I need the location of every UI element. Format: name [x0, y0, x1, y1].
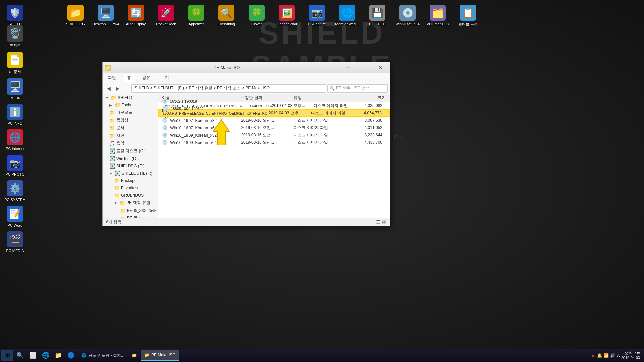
desktop-icon-rocketdock[interactable]: 🚀 RocketDock: [151, 3, 181, 28]
desktop-icon-bootice[interactable]: 💾 BOOTICE: [362, 3, 392, 28]
sidebar-item-pe-util[interactable]: ▼ 📁 PE 제작 유틸: [103, 199, 158, 207]
window-title: PE Make ISO: [113, 65, 341, 70]
desktop-icon-teamviewer[interactable]: 🌐 TeamViewerP...: [332, 3, 362, 28]
sidebar-item-favorites[interactable]: 📁 Favorites: [103, 184, 158, 192]
desktop-icon-autodisplay[interactable]: 🔄 AutoDisplay: [121, 3, 151, 28]
status-bar: 6개 항목 ☰ ⊞: [103, 218, 390, 226]
taskbar-window-forum[interactable]: 🌐 윈도우 포럼 - 설치...: [78, 350, 128, 361]
window-controls: ─ □ ✕: [341, 63, 388, 73]
file-icon-1: 💿: [163, 106, 168, 111]
sidebar-item-tools[interactable]: ▶ 📁 Tools: [103, 101, 158, 109]
desktop-icon-appetizer[interactable]: 🍀 Appetizer: [181, 3, 211, 28]
desktop-icon-vhdman[interactable]: 🗂️ VHDman1.98: [423, 3, 453, 28]
list-view-button[interactable]: ⊞: [382, 219, 386, 225]
desktop-icon-pcinternet[interactable]: 🌐 PC Internet: [0, 127, 30, 153]
desktop-icon-recycle[interactable]: 🗑️ 휴지통: [0, 23, 30, 50]
desktop-icon-pcsystem[interactable]: ⚙️ PC SYSTEM: [0, 178, 30, 204]
col-size[interactable]: 크기: [346, 95, 388, 101]
file-row-4[interactable]: 💿 Win10_1809_Korean_x32 2019-03-16 오전...…: [158, 131, 390, 139]
file-icon-3: 💿: [162, 125, 168, 130]
taskbar-search-icon[interactable]: 🔍: [14, 350, 26, 361]
desktop-icon-mydocs[interactable]: 📄 내 문서: [0, 50, 30, 76]
start-button[interactable]: ⊞: [1, 350, 13, 361]
desktop: SHIELD SAMPLE 🛡️ SHIELD 📁 SHIELDPG 🖥️ De…: [0, 0, 644, 362]
desktop-icon-winntsetup[interactable]: 💿 WinNTsetup64: [392, 3, 423, 28]
title-bar-icons: 📁: [105, 65, 111, 71]
maximize-button[interactable]: □: [357, 63, 372, 73]
sidebar-item-backup[interactable]: 📁 Backup: [103, 177, 158, 184]
tray-icons[interactable]: 🔺 🔔 📶 🔊: [590, 353, 615, 358]
sidebar-item-downloads[interactable]: 📁 다운로드: [103, 109, 158, 116]
address-path[interactable]: SHIELD > SHIELDUTIL (F:) > PE 제작 유틸 > PE…: [131, 84, 326, 93]
file-icon-0: 💿: [162, 98, 168, 104]
desktop-icon-clover[interactable]: 🍀 Clover: [241, 3, 272, 28]
taskbar-window-pe-make-iso[interactable]: 📁 PE Make ISO: [141, 350, 179, 361]
col-type[interactable]: 유형: [293, 95, 346, 101]
desktop-icon-portablereg[interactable]: 📋 포터블 등록: [453, 3, 483, 29]
back-button[interactable]: ◀: [105, 84, 113, 93]
desktop-icon-pcword[interactable]: 📝 PC Word: [0, 204, 30, 229]
sidebar-item-photos[interactable]: 📁 사진: [103, 132, 158, 139]
file-row-2[interactable]: 💿 Win10_1607_Korean_x32 2019-03-16 오전...…: [158, 117, 390, 124]
ribbon-toolbar: 파일 홈 공유 보기: [103, 73, 390, 83]
sidebar: ▼ 📁 SHIELD ▶ 📁 Tools 📁 다운로드 📁 동영상: [103, 94, 158, 218]
system-tray: 🔺 🔔 📶 🔊 A 오후 1:38 2019-04-03: [588, 351, 643, 360]
file-icon-4: 💿: [162, 132, 168, 138]
sidebar-item-c[interactable]: 💽 로컬 디스크 (C:): [103, 147, 158, 155]
close-button[interactable]: ✕: [372, 63, 388, 73]
sidebar-item-videos[interactable]: 📁 동영상: [103, 116, 158, 124]
sidebar-item-pe-folder[interactable]: 📁 PE 폴더: [103, 214, 158, 218]
desktop-icon-changewall[interactable]: 🖼️ ChangeWall: [272, 3, 302, 28]
system-clock[interactable]: 오후 1:38 2019-04-03: [621, 351, 640, 360]
ribbon-tab-view[interactable]: 보기: [158, 74, 172, 81]
search-box[interactable]: 🔍 PE Make ISO 검색: [327, 84, 388, 93]
status-count: 6개 항목: [106, 219, 121, 225]
minimize-button[interactable]: ─: [341, 63, 356, 73]
sidebar-item-d[interactable]: 💽 WinTest (D:): [103, 155, 158, 162]
taskbar-edge-icon[interactable]: 🌐: [40, 350, 52, 361]
taskbar-window-explorer2[interactable]: 📁: [128, 350, 140, 361]
show-desktop-button[interactable]: A: [617, 353, 620, 358]
desktop-icon-pcphoto[interactable]: 📷 PC PHOTO: [0, 153, 30, 178]
ribbon-tab-file[interactable]: 파일: [105, 74, 119, 81]
desktop-icon-shieldpg[interactable]: 📁 SHIELDPG: [60, 3, 91, 28]
file-row-5[interactable]: 💿 Win10_1809_Korean_x64 2019-03-16 오전...…: [158, 139, 390, 146]
file-row-1[interactable]: 💿 18865.1000.190322-1503.RS_PRERELEASE_C…: [158, 109, 390, 117]
file-row-3[interactable]: 💿 Win10_1607_Korean_x64 2019-03-16 오전...…: [158, 124, 390, 131]
desktop-icon-desktopok[interactable]: 🖥️ DesktopOK_x64: [91, 3, 121, 28]
file-list: 이름 수정한 날짜 유형 크기 💿 18362.1.190318-1202.19…: [158, 94, 390, 218]
ribbon-tab-share[interactable]: 공유: [140, 74, 153, 81]
nav-buttons: ◀ ▶ ↑: [105, 84, 130, 93]
sidebar-item-grub4dos[interactable]: 📁 GRUB4DOS: [103, 192, 158, 199]
desktop-icon-pcmedia[interactable]: 🎬 PC MEDIA: [0, 229, 30, 255]
file-icon-5: 💿: [162, 140, 168, 145]
main-pane: ▼ 📁 SHIELD ▶ 📁 Tools 📁 다운로드 📁 동영상: [103, 94, 390, 218]
sidebar-item-f[interactable]: ▼ 💽 SHIELDUTIL (F:): [103, 170, 158, 177]
taskbar: ⊞ 🔍 ⬜ 🌐 📁 🔵 🌐 윈도우 포럼 - 설치... 📁 📁 PE Make…: [0, 349, 644, 362]
desktop-icon-everything[interactable]: 🔍 Everything: [211, 3, 241, 28]
desktop-icon-pcinfo[interactable]: ℹ️ PC INFO: [0, 102, 30, 127]
sidebar-item-music[interactable]: 🎵 음악: [103, 139, 158, 147]
desktop-icon-fscapture[interactable]: 📷 FSCapture: [302, 3, 332, 28]
up-button[interactable]: ↑: [122, 84, 130, 93]
explorer-window: 📁 PE Make ISO ─ □ ✕ 파일 홈 공유 보기 ◀ ▶ ↑ SH: [102, 62, 390, 226]
sidebar-item-shield[interactable]: ▼ 📁 SHIELD: [103, 94, 158, 101]
details-view-button[interactable]: ☰: [376, 219, 381, 225]
sidebar-item-e[interactable]: 💽 SHIELDPG (E:): [103, 162, 158, 170]
taskbar-chrome-icon[interactable]: 🔵: [65, 350, 77, 361]
forward-button[interactable]: ▶: [113, 84, 121, 93]
taskbar-explorer-icon[interactable]: 📁: [52, 350, 64, 361]
desktop-icons-left-col: 🗑️ 휴지통 📄 내 문서 🖥️ PC BR ℹ️ PC INFO 🌐 PC I…: [0, 23, 30, 255]
taskbar-taskview-icon[interactable]: ⬜: [27, 350, 39, 361]
desktop-icons-top-row: 🛡️ SHIELD 📁 SHIELDPG 🖥️ DesktopOK_x64 🔄 …: [0, 0, 644, 29]
title-icon-1: 📁: [105, 65, 111, 71]
address-bar: ◀ ▶ ↑ SHIELD > SHIELDUTIL (F:) > PE 제작 유…: [103, 83, 390, 94]
desktop-icon-pcbr[interactable]: 🖥️ PC BR: [0, 76, 30, 102]
file-icon-2: 💿: [162, 118, 168, 123]
view-controls: ☰ ⊞: [376, 219, 386, 225]
title-bar: 📁 PE Make ISO ─ □ ✕: [103, 62, 390, 73]
ribbon-tab-home[interactable]: 홈: [124, 74, 134, 82]
sidebar-item-net35[interactable]: 📁 Net35_SXS .NetFrame3.5: [103, 207, 158, 214]
sidebar-item-docs[interactable]: 📁 문서: [103, 124, 158, 132]
